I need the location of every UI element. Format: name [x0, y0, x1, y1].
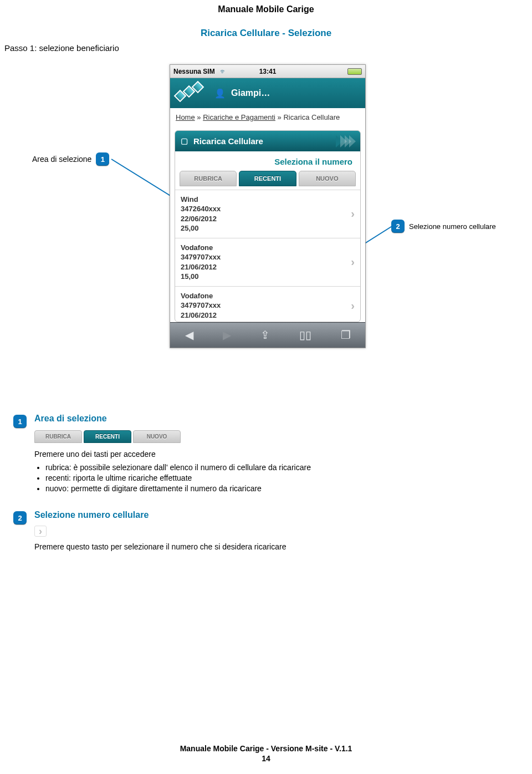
legend-bullet: nuovo: permette di digitare direttamente…: [45, 484, 512, 493]
panel-header: ▢ Ricarica Cellulare: [175, 131, 360, 151]
tab-rubrica[interactable]: RUBRICA: [180, 171, 237, 186]
callout-badge-2: 2: [391, 220, 405, 233]
breadcrumb: Home » Ricariche e Pagamenti » Ricarica …: [170, 108, 365, 128]
wizard-steps-icon: [338, 135, 356, 147]
mini-tab-rubrica: RUBRICA: [34, 430, 82, 443]
chevron-right-icon[interactable]: ›: [351, 254, 355, 269]
row-number: 3479707xxx: [181, 252, 351, 262]
breadcrumb-home[interactable]: Home: [176, 113, 195, 121]
legend-chevron-icon: ›: [34, 526, 47, 537]
legend-badge-1: 1: [13, 415, 27, 428]
mini-tab-recenti: RECENTI: [84, 430, 131, 443]
row-number: 3479707xxx: [181, 301, 351, 310]
row-operator: Vodafone: [181, 291, 351, 301]
forward-icon: ▶: [223, 328, 231, 342]
back-icon[interactable]: ◀: [185, 328, 193, 342]
breadcrumb-l2[interactable]: Ricariche e Pagamenti: [203, 113, 275, 121]
step-label: Passo 1: selezione beneficiario: [4, 43, 119, 53]
row-operator: Wind: [181, 195, 351, 205]
phone-mockup: Nessuna SIM ᯤ 13:41 👤 Giampi… Home » Ric…: [170, 64, 366, 348]
browser-toolbar: ◀ ▶ ⇪ ▯▯ ❐: [170, 322, 365, 348]
callout-selezione-numero: 2 Selezione numero cellulare: [391, 220, 496, 233]
legend-mini-tabs: RUBRICA RECENTI NUOVO: [34, 430, 181, 443]
legend-item-1: 1 Area di selezione RUBRICA RECENTI NUOV…: [13, 414, 512, 495]
list-item[interactable]: Vodafone 3479707xxx 21/06/2012 ›: [175, 286, 360, 322]
status-time: 13:41: [259, 68, 277, 75]
user-icon[interactable]: 👤: [214, 88, 226, 99]
bookmarks-icon[interactable]: ▯▯: [299, 328, 311, 342]
battery-icon: [347, 68, 362, 75]
chevron-right-icon[interactable]: ›: [351, 298, 355, 313]
footer: Manuale Mobile Carige - Versione M-site …: [0, 744, 532, 763]
row-operator: Vodafone: [181, 243, 351, 253]
legend-title-2: Selezione numero cellulare: [34, 510, 512, 520]
legend-text-2: Premere questo tasto per selezionare il …: [34, 542, 512, 551]
row-amount: 25,00: [181, 223, 351, 233]
panel-subtitle: Seleziona il numero: [175, 151, 360, 171]
status-sim: Nessuna SIM: [173, 68, 215, 75]
status-bar: Nessuna SIM ᯤ 13:41: [170, 65, 365, 78]
list-item[interactable]: Vodafone 3479707xxx 21/06/2012 15,00 ›: [175, 238, 360, 286]
chevron-right-icon[interactable]: ›: [351, 206, 355, 221]
legend-bullet: recenti: riporta le ultime ricariche eff…: [45, 473, 512, 482]
legend-title-1: Area di selezione: [34, 414, 512, 424]
row-amount: 15,00: [181, 272, 351, 282]
breadcrumb-l3: Ricarica Cellulare: [283, 113, 340, 121]
legend: 1 Area di selezione RUBRICA RECENTI NUOV…: [13, 414, 512, 571]
panel-title: Ricarica Cellulare: [193, 136, 263, 146]
legend-intro-1: Premere uno dei tasti per accedere: [34, 450, 512, 459]
breadcrumb-sep: »: [195, 113, 203, 121]
callout-area-di-selezione: Area di selezione 1: [32, 152, 109, 166]
row-date: 21/06/2012: [181, 262, 351, 272]
tabs: RUBRICA RECENTI NUOVO: [175, 171, 360, 190]
mini-tab-nuovo: NUOVO: [133, 430, 181, 443]
row-date: 22/06/2012: [181, 214, 351, 224]
row-number: 3472640xxx: [181, 204, 351, 214]
breadcrumb-sep: »: [275, 113, 283, 121]
callout-left-label: Area di selezione: [32, 155, 91, 164]
callout-right-label: Selezione numero cellulare: [409, 222, 496, 231]
legend-item-2: 2 Selezione numero cellulare › Premere q…: [13, 510, 512, 556]
legend-bullet: rubrica: è possibile selezionare dall' e…: [45, 463, 512, 472]
header-user-name: Giampi…: [231, 88, 270, 98]
tabs-icon[interactable]: ❐: [341, 328, 351, 342]
doc-header: Manuale Mobile Carige: [0, 0, 532, 14]
legend-badge-2: 2: [13, 511, 27, 525]
phone-icon: ▢: [181, 136, 188, 145]
page-number: 14: [0, 754, 532, 763]
list-item[interactable]: Wind 3472640xxx 22/06/2012 25,00 ›: [175, 190, 360, 238]
tab-nuovo[interactable]: NUOVO: [299, 171, 356, 186]
wifi-icon: ᯤ: [220, 68, 227, 75]
app-header: 👤 Giampi…: [170, 78, 365, 108]
row-date: 21/06/2012: [181, 310, 351, 320]
footer-text: Manuale Mobile Carige - Versione M-site …: [0, 744, 532, 753]
logo-icon: [173, 83, 207, 104]
share-icon[interactable]: ⇪: [260, 328, 270, 342]
tab-recenti[interactable]: RECENTI: [239, 171, 296, 186]
callout-badge-1: 1: [96, 152, 109, 166]
section-title: Ricarica Cellulare - Selezione: [0, 28, 532, 39]
panel-ricarica: ▢ Ricarica Cellulare Seleziona il numero…: [175, 130, 361, 322]
